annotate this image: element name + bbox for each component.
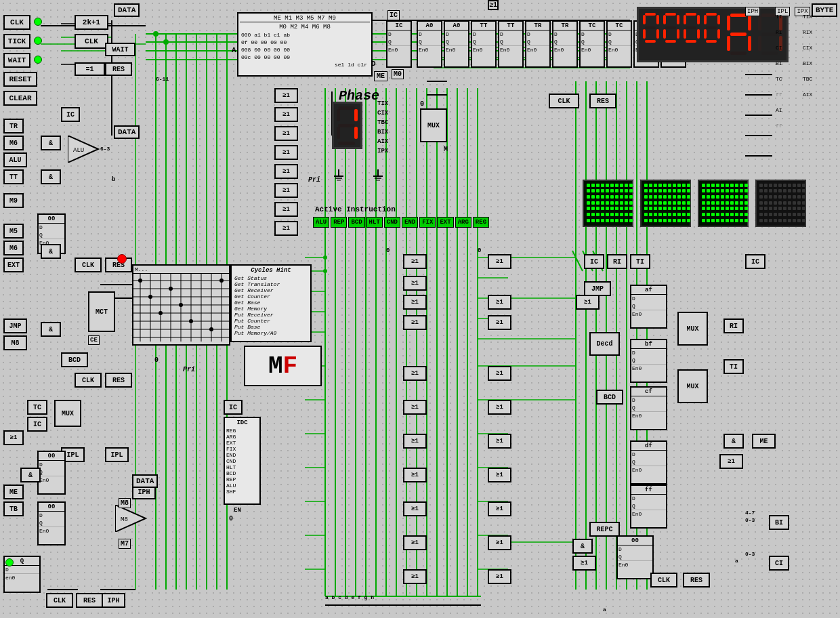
bcd-box[interactable]: BCD (61, 352, 88, 367)
ri-right-top[interactable]: RI (607, 254, 627, 269)
svg-point-80 (323, 255, 327, 260)
me-right[interactable]: ME (752, 434, 776, 449)
wait-component[interactable]: WAIT (3, 53, 30, 68)
svg-point-123 (179, 303, 183, 307)
counter-component[interactable]: 2k+1 (75, 15, 108, 30)
data-label-bottom: DATA (132, 474, 158, 488)
res-bottom-right[interactable]: RES (683, 573, 710, 588)
me-box-left[interactable]: ME (3, 485, 24, 499)
repc-box[interactable]: REPC (589, 522, 620, 537)
mux-right-2[interactable]: MUX (677, 369, 708, 403)
mf-display: MF (244, 346, 322, 386)
res-bottom-left[interactable]: RES (76, 593, 103, 608)
phase-channel-labels: TIX CIX TBC BIX AIX IPX (377, 100, 388, 157)
ge1-bus-11: ≥1 (403, 569, 427, 584)
btn-end[interactable]: END (402, 217, 418, 228)
ge1-bus-4: ≥1 (403, 315, 427, 330)
btn-rep[interactable]: REP (331, 217, 347, 228)
clk-bottom-right[interactable]: CLK (650, 573, 677, 588)
res-bcd[interactable]: RES (105, 373, 132, 388)
jmp-right[interactable]: JMP (584, 281, 611, 296)
m7-label-bottom: M7 (119, 539, 131, 549)
clk-component[interactable]: CLK (3, 15, 30, 30)
clk-mid-left[interactable]: CLK (75, 258, 102, 272)
ri-right[interactable]: RI (723, 318, 744, 333)
label-0-3: 0-3 (745, 517, 755, 523)
d-label: D (371, 60, 376, 68)
ge1-right-6: ≥1 (488, 400, 511, 415)
ic-box-mid[interactable]: IC (224, 400, 243, 415)
clk-box[interactable]: CLK (75, 34, 108, 49)
led-matrix-4 (755, 180, 806, 227)
ci-right[interactable]: CI (769, 556, 789, 571)
ti-right-top[interactable]: TI (630, 254, 650, 269)
tb-box-left[interactable]: TB (3, 501, 24, 516)
right-vertical-labels2: TIX RIX CIX BIX TBC AIX (803, 14, 812, 107)
clk-led (34, 18, 42, 26)
ff-bottom-1: 00 D Q En0 (37, 451, 66, 495)
ff-tt-1: TT D Q En0 (471, 20, 497, 68)
bcd-right[interactable]: BCD (596, 390, 623, 405)
btn-hlt[interactable]: HLT (366, 217, 383, 228)
btn-fix[interactable]: FIX (419, 217, 436, 228)
btn-bcd[interactable]: BCD (348, 217, 364, 228)
btn-arg[interactable]: ARG (455, 217, 471, 228)
clk-bcd[interactable]: CLK (75, 373, 102, 388)
ic-right-top[interactable]: IC (584, 254, 604, 269)
m5-box[interactable]: M5 (3, 224, 24, 239)
ge1-gate-1: ≥1 (3, 430, 24, 445)
ic-box-left2[interactable]: IC (27, 417, 47, 432)
res-top-right[interactable]: RES (589, 94, 616, 108)
btn-reg[interactable]: REG (473, 217, 489, 228)
ic-label-top: IC (387, 10, 400, 20)
tr-box[interactable]: TR (3, 119, 24, 133)
decd-box[interactable]: Decd (589, 332, 620, 356)
ge1-bus-3: ≥1 (403, 295, 427, 310)
wait-box[interactable]: WAIT (105, 43, 135, 56)
label-near-repc: a (603, 606, 606, 613)
m6-box[interactable]: M6 (3, 136, 24, 150)
equals1-box[interactable]: =1 (75, 62, 105, 76)
ipl-box-2[interactable]: IPL (105, 447, 129, 462)
btn-alu[interactable]: ALU (313, 217, 329, 228)
reset-component[interactable]: RESET (3, 72, 37, 87)
ic-far-right[interactable]: IC (745, 254, 765, 269)
ge1-bus-2: ≥1 (403, 276, 427, 291)
clk-bottom-left[interactable]: CLK (46, 593, 73, 608)
clear-component[interactable]: CLEAR (3, 91, 37, 106)
ge1-mid-8: ≥1 (274, 221, 298, 236)
jmp-box[interactable]: JMP (3, 318, 27, 333)
seg-digit-large (726, 12, 753, 58)
mux-left[interactable]: MUX (54, 400, 81, 427)
pri-label: Pri (308, 176, 320, 184)
label-0-3-ci: 0-3 (745, 551, 755, 557)
btn-cnd[interactable]: CND (384, 217, 400, 228)
ff-cf: cf D Q En0 (630, 386, 667, 430)
ic-box-left[interactable]: IC (61, 107, 80, 122)
tick-led (34, 37, 42, 45)
mux-right-1[interactable]: MUX (677, 312, 708, 346)
svg-point-79 (163, 39, 169, 45)
m6-box2[interactable]: M6 (3, 241, 24, 255)
alu-box[interactable]: ALU (3, 152, 27, 167)
svg-point-121 (169, 287, 173, 291)
m9-box-left[interactable]: M9 (3, 193, 24, 208)
mux-phase[interactable]: MUX (420, 108, 447, 142)
ff-af: af D Q En0 (630, 285, 667, 329)
btn-ext[interactable]: EXT (437, 217, 453, 228)
tick-component[interactable]: TICK (3, 34, 30, 49)
a-label: A (232, 46, 236, 54)
iph-box-bottom[interactable]: IPH (102, 593, 125, 608)
pri-label-bottom: Pri (183, 366, 195, 373)
clk-top-right[interactable]: CLK (549, 94, 579, 108)
ge1-mid-7: ≥1 (274, 202, 298, 217)
tc-box-left[interactable]: TC (27, 400, 47, 415)
tt-box[interactable]: TT (3, 169, 24, 184)
res-box[interactable]: RES (105, 62, 132, 76)
m8-box[interactable]: M8 (3, 335, 27, 350)
mct-box[interactable]: MCT (88, 291, 115, 332)
bi-right[interactable]: BI (769, 515, 789, 530)
ff-bf: bf D Q En0 (630, 339, 667, 383)
ti-right[interactable]: TI (723, 359, 744, 374)
ext-box[interactable]: EXT (3, 258, 24, 272)
